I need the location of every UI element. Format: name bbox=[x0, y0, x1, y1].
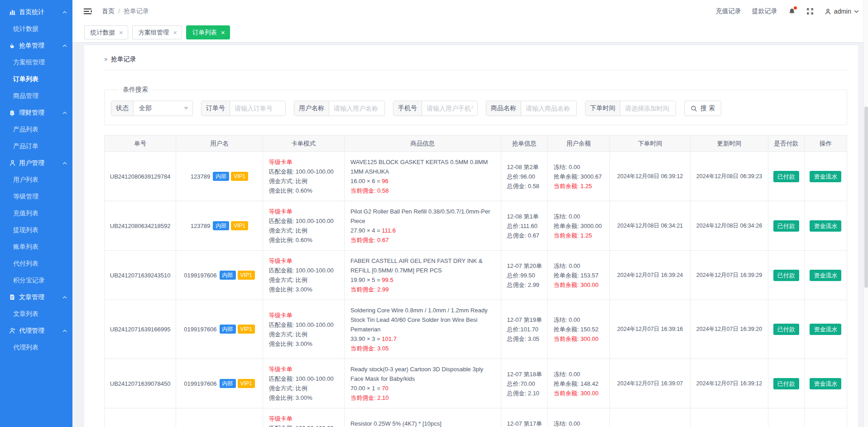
sidebar-item[interactable]: 方案组管理 bbox=[0, 54, 72, 71]
tab[interactable]: 方案组管理 × bbox=[132, 25, 182, 39]
text-input[interactable] bbox=[620, 101, 676, 116]
current-balance: 当前余额: 300.00 bbox=[554, 334, 606, 344]
sidebar-item[interactable]: 产品列表 bbox=[0, 121, 72, 138]
updated-time-cell: 2024年12月07日 16:39:12 bbox=[691, 359, 768, 408]
column-header: 商品信息 bbox=[344, 136, 501, 152]
mode-title: 等级卡单 bbox=[269, 364, 340, 374]
status-select[interactable]: 全部 bbox=[134, 101, 192, 116]
fund-flow-button[interactable]: 资金流水 bbox=[810, 171, 841, 182]
sidebar-item[interactable]: 积分宝记录 bbox=[0, 272, 72, 289]
sidebar-group-header[interactable]: 首页统计 bbox=[0, 4, 72, 20]
balance-line: 抢单余额: 3000.00 bbox=[554, 221, 606, 231]
breadcrumb-home[interactable]: 首页 bbox=[102, 7, 115, 15]
updated-time-cell: 2024年12月08日 06:34:26 bbox=[691, 201, 768, 251]
mode-line: 佣金方式: 比例 bbox=[269, 330, 340, 339]
user-balance-cell: 冻结: 0.00 抢单余额: 3000.67 当前余额: 1.25 bbox=[547, 152, 609, 201]
table-row: UB2412071638598797 0199197606内部VIP1 等级卡单… bbox=[105, 408, 847, 427]
sidebar-item[interactable]: 代付列表 bbox=[0, 255, 72, 272]
grab-line: 总佣金: 2.10 bbox=[507, 388, 544, 398]
sidebar-group-header[interactable]: 抢单管理 bbox=[0, 37, 72, 54]
username: 0199197606 bbox=[184, 326, 216, 333]
sidebar-group-header[interactable]: 文章管理 bbox=[0, 289, 72, 306]
sidebar-group-header[interactable]: 用户管理 bbox=[0, 155, 72, 171]
product-title: WAVE125 BLOCK GASKET KERTAS 0.5MM 0.8MM … bbox=[350, 157, 497, 176]
close-icon[interactable]: × bbox=[119, 29, 123, 36]
orders-table: 单号用户名卡单模式商品信息抢单信息用户余额下单时间更新时间是否付款操作 UB24… bbox=[104, 135, 847, 427]
sidebar-group-label: 首页统计 bbox=[19, 8, 62, 16]
sidebar-item[interactable]: 等级管理 bbox=[0, 188, 72, 205]
grab-line: 总佣金: 0.67 bbox=[507, 231, 544, 240]
grab-line: 12-07 第19单 bbox=[507, 315, 544, 325]
sidebar-item[interactable]: 产品订单 bbox=[0, 138, 72, 155]
grab-line: 12-07 第18单 bbox=[507, 369, 544, 379]
fund-flow-button[interactable]: 资金流水 bbox=[810, 270, 841, 281]
sidebar-item[interactable]: 统计数据 bbox=[0, 20, 72, 37]
scrollbar-thumb[interactable] bbox=[864, 107, 868, 288]
vip-badge: VIP1 bbox=[238, 325, 255, 334]
search-button[interactable]: 搜 索 bbox=[684, 101, 721, 116]
grab-info-cell: 12-08 第1单 总价:111.60 总佣金: 0.67 bbox=[501, 201, 547, 251]
product-formula: 16.00 × 6 = 96 bbox=[350, 176, 497, 186]
updated-time-cell: 2024年12月07日 16:39:29 bbox=[691, 251, 768, 300]
text-input[interactable] bbox=[422, 101, 477, 116]
tab[interactable]: 统计数据 × bbox=[84, 25, 128, 39]
updated-time-cell: 2024年12月08日 06:39:23 bbox=[691, 152, 768, 201]
recharge-records-link[interactable]: 充值记录 bbox=[716, 7, 741, 15]
product-formula: 33.90 × 3 = 101.7 bbox=[350, 334, 497, 344]
product-title: FABER CASTELL AIR GEL PEN FAST DRY INK &… bbox=[350, 256, 497, 275]
product-info-cell: Resistor 0.25W 5% (4K7) * [10pcs] 10.00 … bbox=[344, 408, 501, 427]
search-field: 手机号 bbox=[393, 101, 478, 116]
bell-icon[interactable] bbox=[788, 8, 796, 15]
tab[interactable]: 订单列表 × bbox=[186, 25, 230, 39]
chevron-up-icon bbox=[62, 296, 67, 299]
action-cell: 资金流水 bbox=[804, 300, 847, 359]
order-no-cell: UB2412080639129784 bbox=[105, 152, 176, 201]
current-commission: 当前佣金: 3.05 bbox=[350, 344, 497, 353]
balance-line: 冻结: 0.00 bbox=[554, 315, 606, 325]
topbar: 首页 / 抢单记录 充值记录 提款记录 admin bbox=[72, 0, 868, 23]
sidebar-item[interactable]: 账单列表 bbox=[0, 238, 72, 255]
sidebar-group-label: 抢单管理 bbox=[19, 42, 62, 50]
created-time-cell: 2024年12月08日 06:34:21 bbox=[610, 201, 691, 251]
sidebar-item[interactable]: 商品管理 bbox=[0, 87, 72, 104]
grab-line: 12-07 第20单 bbox=[507, 261, 544, 271]
text-input[interactable] bbox=[329, 101, 384, 116]
mode-line: 佣金比例: 0.60% bbox=[269, 235, 340, 245]
card-mode-cell: 等级卡单 匹配金额: 100.00-100.00 佣金方式: 比例 佣金比例: … bbox=[263, 201, 344, 251]
card-mode-cell: 等级卡单 匹配金额: 100.00-100.00 佣金方式: 比例 佣金比例: … bbox=[263, 251, 344, 300]
mode-line: 佣金比例: 0.60% bbox=[269, 186, 340, 195]
product-title: Soldering Core Wire 0.8mm / 1.0mm / 1.2m… bbox=[350, 306, 497, 334]
sidebar-item[interactable]: 文章列表 bbox=[0, 306, 72, 322]
current-commission: 当前佣金: 0.58 bbox=[350, 186, 497, 195]
fund-flow-button[interactable]: 资金流水 bbox=[810, 220, 841, 232]
sidebar-group: 抢单管理 方案组管理 订单列表 商品管理 bbox=[0, 37, 72, 104]
sidebar-group-header[interactable]: ฿ 理财管理 bbox=[0, 104, 72, 121]
text-input[interactable] bbox=[521, 101, 576, 116]
paid-badge: 已付款 bbox=[773, 171, 799, 182]
grab-info-cell: 12-07 第20单 总价:99.50 总佣金: 2.99 bbox=[501, 251, 547, 300]
product-formula: 19.90 × 5 = 99.5 bbox=[350, 275, 497, 285]
breadcrumb-separator: / bbox=[118, 8, 120, 15]
text-input[interactable] bbox=[230, 101, 285, 116]
sidebar-item[interactable]: 用户列表 bbox=[0, 171, 72, 188]
grab-line: 总价:99.50 bbox=[507, 271, 544, 280]
product-info-cell: WAVE125 BLOCK GASKET KERTAS 0.5MM 0.8MM … bbox=[344, 152, 501, 201]
close-icon[interactable]: × bbox=[173, 29, 177, 36]
fund-flow-button[interactable]: 资金流水 bbox=[810, 324, 841, 335]
formula-result: 70 bbox=[382, 385, 388, 392]
sidebar-group-header[interactable]: 代理管理 bbox=[0, 322, 72, 339]
sidebar-item[interactable]: 充值列表 bbox=[0, 205, 72, 222]
close-icon[interactable]: × bbox=[221, 29, 225, 36]
action-cell: 资金流水 bbox=[804, 251, 847, 300]
fund-flow-button[interactable]: 资金流水 bbox=[810, 378, 841, 389]
user-menu[interactable]: admin bbox=[825, 8, 859, 15]
sidebar-item[interactable]: 提现列表 bbox=[0, 222, 72, 238]
sidebar-item[interactable]: 代理列表 bbox=[0, 339, 72, 356]
sidebar-item[interactable]: 订单列表 bbox=[0, 71, 72, 87]
paid-status-cell: 已付款 bbox=[768, 359, 804, 408]
menu-fold-icon[interactable] bbox=[83, 8, 92, 15]
withdrawal-records-link[interactable]: 提款记录 bbox=[752, 7, 777, 15]
mode-line: 匹配金额: 100.00-100.00 bbox=[269, 216, 340, 226]
fullscreen-icon[interactable] bbox=[806, 8, 814, 15]
user-icon bbox=[9, 160, 16, 167]
